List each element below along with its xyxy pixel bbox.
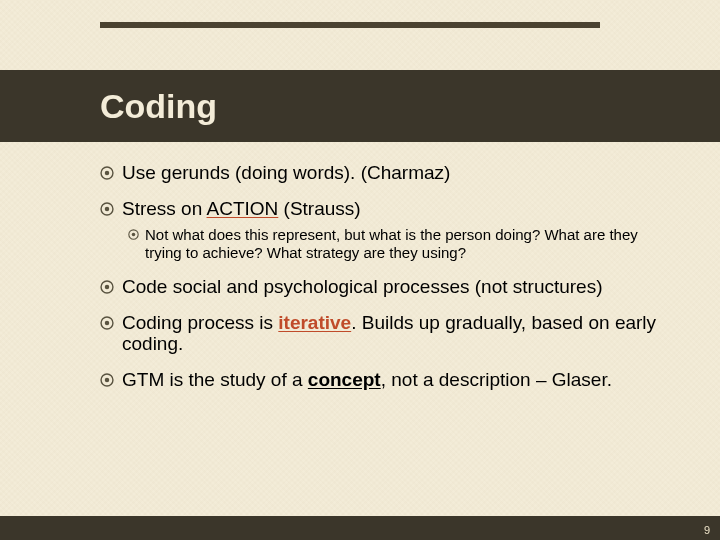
page-number: 9 <box>704 524 710 536</box>
list-item: Stress on ACTION (Strauss) <box>100 198 660 220</box>
svg-point-5 <box>132 232 136 236</box>
bullet-dot-icon <box>128 229 139 240</box>
list-item: Code social and psychological processes … <box>100 276 660 298</box>
bottom-bar: 9 <box>0 516 720 540</box>
bullet-dot-icon <box>100 166 114 180</box>
list-sub-item: Not what does this represent, but what i… <box>128 226 660 262</box>
decorative-top-strip <box>100 22 600 28</box>
slide-content: Use gerunds (doing words). (Charmaz) Str… <box>100 150 660 391</box>
list-item: Use gerunds (doing words). (Charmaz) <box>100 162 660 184</box>
bullet-text: Code social and psychological processes … <box>122 276 603 298</box>
svg-point-7 <box>105 284 109 288</box>
list-item: GTM is the study of a concept, not a des… <box>100 369 660 391</box>
bullet-text: Coding process is iterative. Builds up g… <box>122 312 660 356</box>
list-item: Coding process is iterative. Builds up g… <box>100 312 660 356</box>
bullet-dot-icon <box>100 202 114 216</box>
bullet-dot-icon <box>100 280 114 294</box>
bullet-text: GTM is the study of a concept, not a des… <box>122 369 612 391</box>
bullet-text: Use gerunds (doing words). (Charmaz) <box>122 162 450 184</box>
bullet-text: Stress on ACTION (Strauss) <box>122 198 361 220</box>
svg-point-11 <box>105 378 109 382</box>
bullet-sub-text: Not what does this represent, but what i… <box>145 226 660 262</box>
slide-title: Coding <box>100 87 217 126</box>
svg-point-3 <box>105 207 109 211</box>
svg-point-9 <box>105 320 109 324</box>
bullet-dot-icon <box>100 373 114 387</box>
svg-point-1 <box>105 171 109 175</box>
title-band: Coding <box>0 70 720 142</box>
bullet-dot-icon <box>100 316 114 330</box>
